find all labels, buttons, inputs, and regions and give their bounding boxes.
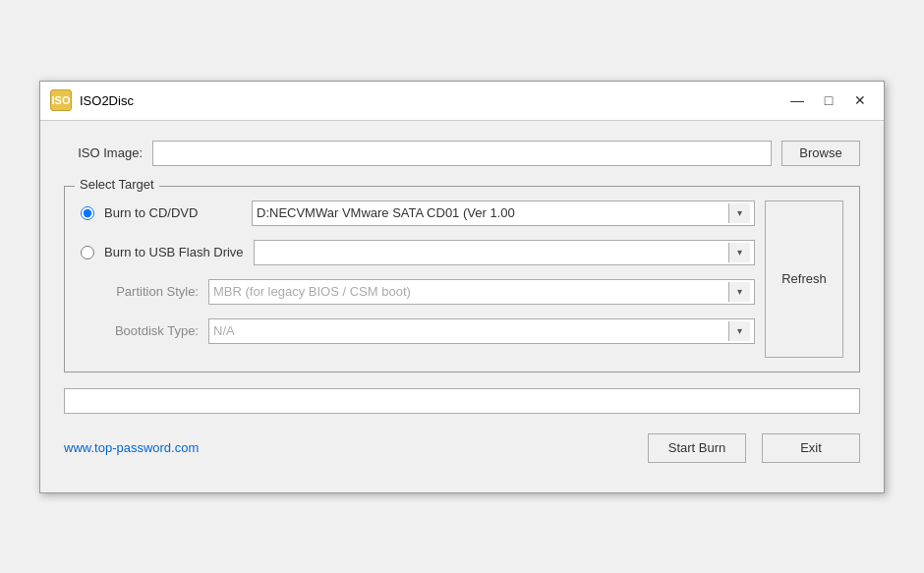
cd-drive-arrow[interactable]: ▾ xyxy=(728,203,750,223)
cd-drive-value: D:NECVMWar VMware SATA CD01 (Ver 1.00 xyxy=(257,205,728,220)
maximize-button[interactable]: □ xyxy=(815,88,842,112)
bootdisk-type-combo[interactable]: N/A ▾ xyxy=(208,318,755,344)
usb-drive-combo[interactable]: ▾ xyxy=(254,240,755,265)
content-area: ISO Image: Browse Select Target Burn to … xyxy=(40,121,884,492)
title-bar-left: ISO ISO2Disc xyxy=(50,89,134,111)
iso-image-row: ISO Image: Browse xyxy=(64,141,860,166)
partition-style-arrow[interactable]: ▾ xyxy=(728,282,750,302)
progress-row xyxy=(64,388,860,414)
iso-path-input[interactable] xyxy=(152,141,772,166)
select-target-group: Select Target Burn to CD/DVD D:NECVMWar … xyxy=(64,186,860,372)
burn-usb-label[interactable]: Burn to USB Flash Drive xyxy=(104,245,244,259)
burn-cd-row: Burn to CD/DVD D:NECVMWar VMware SATA CD… xyxy=(81,201,755,226)
cd-drive-combo[interactable]: D:NECVMWar VMware SATA CD01 (Ver 1.00 ▾ xyxy=(252,201,755,226)
burn-cd-label[interactable]: Burn to CD/DVD xyxy=(104,205,242,220)
usb-drive-arrow[interactable]: ▾ xyxy=(728,243,750,262)
refresh-button[interactable]: Refresh xyxy=(765,201,843,358)
burn-usb-row: Burn to USB Flash Drive ▾ xyxy=(81,240,755,265)
partition-style-value: MBR (for legacy BIOS / CSM boot) xyxy=(213,284,728,299)
main-window: ISO ISO2Disc — □ ✕ ISO Image: Browse Sel… xyxy=(39,81,885,493)
window-controls: — □ ✕ xyxy=(783,88,874,112)
title-bar: ISO ISO2Disc — □ ✕ xyxy=(40,82,884,121)
partition-style-label: Partition Style: xyxy=(81,284,199,299)
burn-cd-radio[interactable] xyxy=(81,206,94,220)
bootdisk-type-value: N/A xyxy=(213,323,728,338)
minimize-button[interactable]: — xyxy=(783,88,811,112)
app-icon: ISO xyxy=(50,89,72,111)
start-burn-button[interactable]: Start Burn xyxy=(648,433,746,463)
partition-style-combo[interactable]: MBR (for legacy BIOS / CSM boot) ▾ xyxy=(208,279,755,305)
target-inner: Burn to CD/DVD D:NECVMWar VMware SATA CD… xyxy=(81,201,843,358)
bootdisk-type-label: Bootdisk Type: xyxy=(81,323,199,338)
close-button[interactable]: ✕ xyxy=(846,88,874,112)
target-options: Burn to CD/DVD D:NECVMWar VMware SATA CD… xyxy=(81,201,755,358)
group-legend: Select Target xyxy=(75,177,159,192)
partition-style-row: Partition Style: MBR (for legacy BIOS / … xyxy=(81,279,755,305)
app-icon-label: ISO xyxy=(52,94,71,106)
window-title: ISO2Disc xyxy=(80,93,134,108)
bootdisk-type-arrow[interactable]: ▾ xyxy=(728,321,750,341)
bottom-row: www.top-password.com Start Burn Exit xyxy=(64,430,860,473)
exit-button[interactable]: Exit xyxy=(762,433,860,463)
website-link[interactable]: www.top-password.com xyxy=(64,440,199,455)
bottom-buttons: Start Burn Exit xyxy=(648,433,860,463)
burn-usb-radio[interactable] xyxy=(81,246,94,259)
browse-button[interactable]: Browse xyxy=(781,141,860,166)
progress-bar xyxy=(64,388,860,414)
bootdisk-type-row: Bootdisk Type: N/A ▾ xyxy=(81,318,755,344)
iso-label: ISO Image: xyxy=(64,145,143,160)
